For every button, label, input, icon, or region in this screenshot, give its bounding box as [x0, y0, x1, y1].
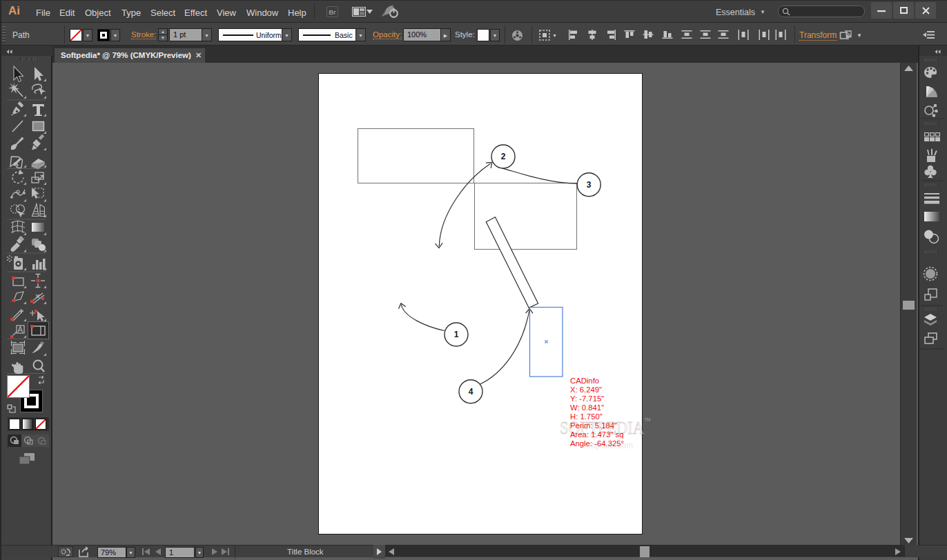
svg-text:4: 4 [469, 387, 474, 397]
svg-text:2: 2 [501, 152, 506, 161]
svg-text:TM: TM [644, 417, 650, 422]
svg-text:3: 3 [587, 180, 592, 190]
svg-text:1: 1 [454, 330, 459, 339]
